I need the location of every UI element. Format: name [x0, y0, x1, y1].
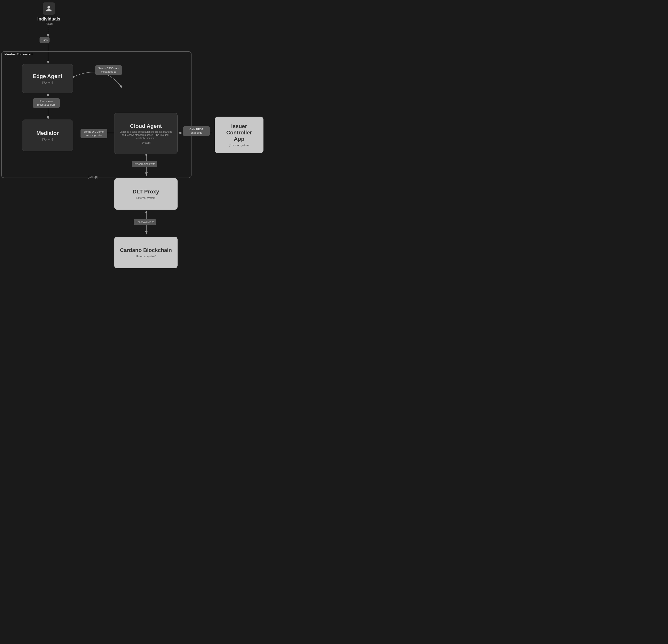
issuer-controller-box: Issuer Controller App [External system]	[215, 117, 263, 153]
edge-agent-type: [System]	[43, 81, 53, 84]
cardano-type: [External system]	[136, 255, 156, 258]
reads-writes-label: Reads/writes to	[134, 219, 156, 225]
cardano-title: Cardano Blockchain	[120, 247, 172, 254]
cloud-agent-title: Cloud Agent	[130, 123, 162, 129]
cloud-agent-desc: Exposes a suite of operations to create,…	[117, 130, 174, 140]
dlt-proxy-title: DLT Proxy	[133, 188, 159, 195]
mediator-box: Mediator [System]	[22, 120, 73, 151]
group-label: [Group]	[88, 175, 97, 179]
issuer-controller-title: Issuer Controller App	[218, 123, 260, 142]
cloud-agent-box: Cloud Agent Exposes a suite of operation…	[114, 113, 178, 154]
mediator-title: Mediator	[36, 130, 59, 136]
diagram-container: Identus Ecosystem [Group] Individuals [A…	[0, 0, 268, 293]
cardano-blockchain-box: Cardano Blockchain [External system]	[114, 236, 178, 269]
edge-agent-box: Edge Agent [System]	[22, 64, 73, 93]
dlt-proxy-type: [External system]	[136, 196, 156, 199]
sends-didcomm1-label: Sends DIDComm messages to	[95, 65, 122, 75]
dlt-proxy-box: DLT Proxy [External system]	[114, 178, 178, 210]
cloud-agent-type: [System]	[141, 141, 151, 144]
person-icon	[45, 5, 52, 12]
edge-agent-title: Edge Agent	[33, 73, 62, 79]
individuals-type: [Actor]	[32, 22, 66, 25]
uses-label: Uses	[40, 37, 49, 43]
mediator-type: [System]	[43, 138, 53, 141]
svg-point-13	[146, 211, 147, 213]
ecosystem-label: Identus Ecosystem	[4, 52, 33, 56]
reads-new-messages-label: Reads new messages from	[33, 98, 60, 108]
issuer-controller-type: [External system]	[229, 144, 249, 147]
calls-rest-label: Calls REST endpoints	[183, 126, 210, 136]
individuals-actor: Individuals [Actor]	[32, 2, 66, 25]
individuals-label: Individuals	[32, 17, 66, 22]
actor-icon	[43, 2, 55, 15]
sends-didcomm2-label: Sends DIDComm messages to	[80, 129, 107, 138]
synchronises-with-label: Synchronises with	[132, 161, 157, 167]
